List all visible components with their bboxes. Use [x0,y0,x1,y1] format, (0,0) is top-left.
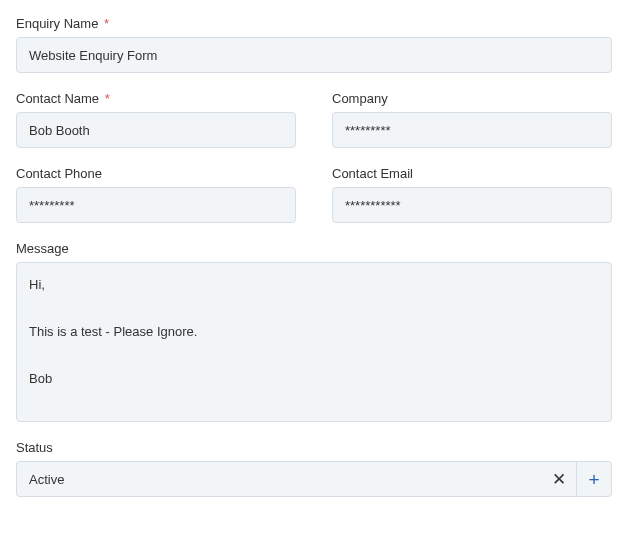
label-text: Enquiry Name [16,16,98,31]
add-status-button[interactable]: + [576,461,612,497]
contact-name-label: Contact Name * [16,91,296,106]
required-mark: * [104,16,109,31]
enquiry-name-label: Enquiry Name * [16,16,612,31]
company-label: Company [332,91,612,106]
contact-phone-group: Contact Phone [16,166,296,223]
label-text: Contact Name [16,91,99,106]
message-label: Message [16,241,612,256]
status-label: Status [16,440,612,455]
status-value: Active [29,472,64,487]
company-group: Company [332,91,612,148]
message-textarea[interactable] [16,262,612,422]
company-input[interactable] [332,112,612,148]
status-input[interactable]: Active ✕ [16,461,576,497]
required-mark: * [105,91,110,106]
status-row: Active ✕ + [16,461,612,497]
contact-phone-input[interactable] [16,187,296,223]
enquiry-name-group: Enquiry Name * [16,16,612,73]
contact-phone-label: Contact Phone [16,166,296,181]
message-group: Message [16,241,612,422]
contact-name-group: Contact Name * [16,91,296,148]
contact-email-group: Contact Email [332,166,612,223]
contact-name-input[interactable] [16,112,296,148]
contact-email-label: Contact Email [332,166,612,181]
plus-icon: + [588,470,599,489]
close-icon[interactable]: ✕ [544,471,566,488]
status-group: Status Active ✕ + [16,440,612,497]
enquiry-name-input[interactable] [16,37,612,73]
contact-email-input[interactable] [332,187,612,223]
